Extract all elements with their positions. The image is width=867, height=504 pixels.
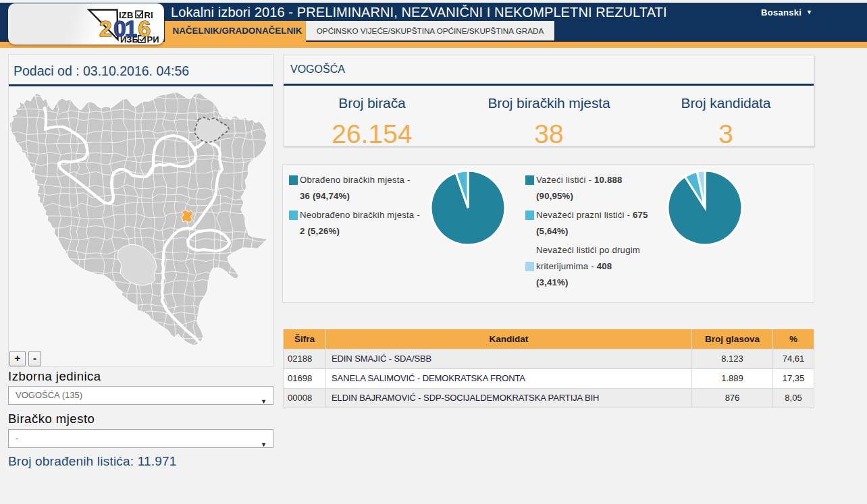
svg-text:1: 1 — [125, 16, 138, 41]
svg-text:2: 2 — [99, 16, 112, 41]
svg-text:6: 6 — [138, 16, 151, 41]
